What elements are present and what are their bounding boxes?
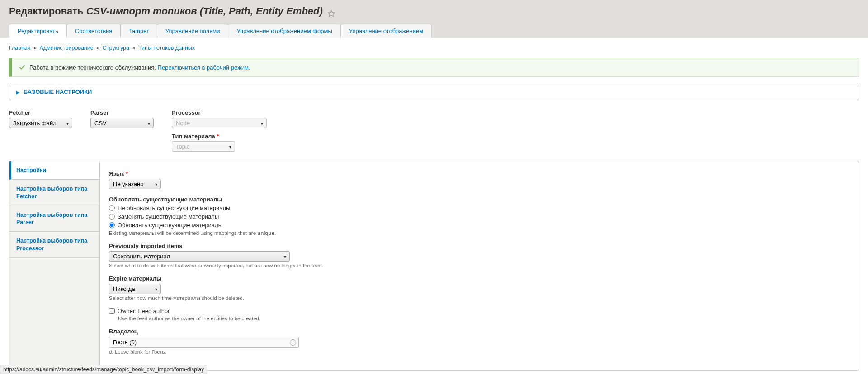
tab-manage-display[interactable]: Управление отображением [340, 24, 432, 38]
fetcher-select[interactable]: Загрузить файл [9, 118, 72, 128]
processor-group: Processor Node Тип материала * Topic [172, 109, 267, 152]
status-message: Работа в режиме технического обслуживани… [9, 58, 859, 77]
vertical-tabs: Настройки Настройка выборов типа Fetcher… [9, 161, 859, 371]
language-item: Язык * Не указано [109, 170, 849, 189]
svg-marker-0 [328, 11, 334, 17]
parser-group: Parser CSV [90, 109, 154, 152]
vtab-parser-settings[interactable]: Настройка выборов типа Parser [9, 206, 99, 232]
autocomplete-icon [290, 339, 296, 346]
basic-settings-summary[interactable]: БАЗОВЫЕ НАСТРОЙКИ [16, 89, 852, 95]
radio-do-not-update-label: Не обновлять существующие материалы [118, 205, 230, 211]
tab-mappings[interactable]: Соответствия [66, 24, 121, 38]
owner-feed-author-label: Owner: Feed author [118, 308, 170, 314]
check-icon [19, 64, 26, 71]
update-existing-item: Обновлять существующие материалы Не обно… [109, 196, 849, 236]
tab-tamper[interactable]: Tamper [120, 24, 157, 38]
breadcrumb: Главная » Администрирование » Структура … [9, 45, 859, 51]
expire-select[interactable]: Никогда [109, 284, 161, 294]
previously-imported-label: Previously imported items [109, 243, 849, 249]
processor-select: Node [172, 118, 267, 128]
breadcrumb-structure[interactable]: Структура [103, 45, 129, 51]
owner-item: Владелец d. Leave blank for Гость. [109, 328, 849, 355]
language-label: Язык * [109, 170, 849, 177]
owner-description: d. Leave blank for Гость. [109, 349, 849, 355]
parser-label: Parser [90, 109, 154, 116]
parser-select[interactable]: CSV [90, 118, 154, 128]
expire-item: Expire материалы Никогда Select after ho… [109, 275, 849, 301]
content-type-select: Topic [172, 141, 235, 152]
language-select[interactable]: Не указано [109, 179, 161, 189]
previously-imported-item: Previously imported items Сохранить мате… [109, 243, 849, 268]
tab-edit[interactable]: Редактировать [9, 24, 67, 38]
tab-manage-form-display[interactable]: Управление отображением формы [228, 24, 340, 38]
radio-update-label: Обновлять существующие материалы [118, 222, 222, 229]
title-prefix: Редактировать [9, 5, 84, 17]
fetcher-label: Fetcher [9, 109, 72, 116]
owner-label: Владелец [109, 328, 849, 335]
vtab-processor-settings[interactable]: Настройка выборов типа Processor [9, 232, 99, 258]
update-existing-description: Existing материалы will be determined us… [109, 230, 849, 236]
vtab-fetcher-settings[interactable]: Настройка выборов типа Fetcher [9, 180, 99, 206]
processor-label: Processor [172, 109, 267, 116]
expire-description: Select after how much time материалы sho… [109, 295, 849, 301]
update-existing-label: Обновлять существующие материалы [109, 196, 849, 203]
page-title: Редактировать CSV-импорт топиков (Title,… [9, 5, 859, 17]
basic-settings-details[interactable]: БАЗОВЫЕ НАСТРОЙКИ [9, 84, 859, 100]
radio-do-not-update[interactable] [109, 205, 115, 211]
content-type-label: Тип материала * [172, 133, 267, 140]
title-italic: CSV-импорт топиков (Title, Path, Entity … [86, 5, 323, 17]
status-text: Работа в режиме технического обслуживани… [29, 64, 156, 71]
tab-manage-fields[interactable]: Управление полями [157, 24, 229, 38]
owner-input[interactable] [109, 337, 299, 348]
radio-replace[interactable] [109, 214, 115, 220]
breadcrumb-sep: » [96, 45, 99, 51]
required-icon: * [126, 170, 128, 177]
breadcrumb-sep: » [33, 45, 37, 51]
expire-label: Expire материалы [109, 275, 849, 282]
breadcrumb-feed-types[interactable]: Типы потоков данных [138, 45, 195, 51]
breadcrumb-home[interactable]: Главная [9, 45, 31, 51]
vtab-settings[interactable]: Настройки [9, 161, 99, 180]
breadcrumb-admin[interactable]: Администрирование [40, 45, 94, 51]
radio-update[interactable] [109, 222, 115, 228]
breadcrumb-sep: » [132, 45, 135, 51]
owner-feed-author-description: Use the feed author as the owner of the … [118, 316, 849, 321]
previously-imported-description: Select what to do with items that were p… [109, 263, 849, 268]
status-link[interactable]: Переключиться в рабочий режим. [158, 64, 250, 71]
star-icon[interactable] [328, 8, 335, 15]
status-bar-url: https://adocs.su/admin/structure/feeds/m… [0, 365, 207, 374]
owner-feed-author-item: Owner: Feed author Use the feed author a… [109, 308, 849, 321]
required-icon: * [217, 133, 219, 140]
radio-replace-label: Заменять существующие материалы [118, 213, 219, 220]
previously-imported-select[interactable]: Сохранить материал [109, 251, 290, 262]
fetcher-group: Fetcher Загрузить файл [9, 109, 72, 152]
owner-feed-author-checkbox[interactable] [109, 308, 115, 314]
primary-tabs: Редактировать Соответствия Tamper Управл… [9, 24, 859, 38]
